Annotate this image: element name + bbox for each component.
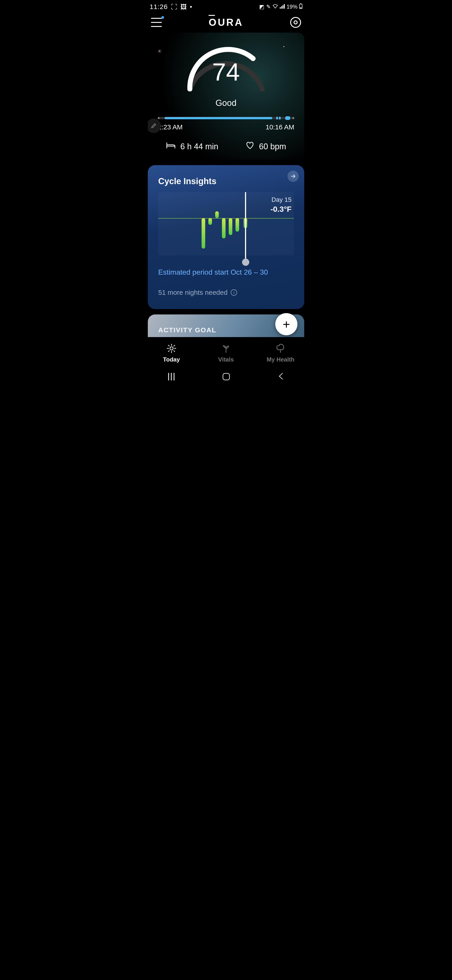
android-recents-button[interactable] xyxy=(168,373,174,380)
cycle-more-nights: 51 more nights needed xyxy=(158,289,228,296)
svg-rect-3 xyxy=(284,4,285,9)
tab-my-health[interactable]: My Health xyxy=(254,344,308,363)
cycle-temp-value: -0.3°F xyxy=(271,205,292,213)
dot-icon: • xyxy=(190,3,192,10)
sleep-duration-stat: 6 h 44 min xyxy=(166,142,218,151)
sleep-hr-stat: 60 bpm xyxy=(246,142,286,151)
sleep-score-rating: Good xyxy=(148,98,304,108)
sleep-start-time: 2:23 AM xyxy=(158,123,182,131)
android-nav-bar xyxy=(144,368,308,386)
tree-icon xyxy=(276,344,285,353)
screenshot-icon: ⛶ xyxy=(171,3,177,11)
wifi-icon xyxy=(273,4,278,10)
svg-rect-1 xyxy=(281,6,282,9)
bed-icon xyxy=(166,142,176,151)
app-header: OURA xyxy=(144,14,308,33)
android-home-button[interactable] xyxy=(223,373,230,380)
sun-icon xyxy=(167,344,176,353)
leaf-icon: ◩ xyxy=(259,4,265,10)
add-activity-button[interactable]: + xyxy=(275,313,297,335)
menu-button[interactable] xyxy=(151,18,162,27)
cycle-open-button[interactable] xyxy=(287,170,299,182)
cycle-readout: Day 15 -0.3°F xyxy=(271,196,292,213)
svg-rect-6 xyxy=(300,8,302,8)
status-time: 11:26 xyxy=(150,3,168,11)
sleep-timeline[interactable] xyxy=(148,108,304,119)
battery-pct: 19% xyxy=(287,4,297,10)
android-back-button[interactable] xyxy=(278,372,284,381)
signal-icon xyxy=(280,4,285,10)
notification-dot-icon xyxy=(161,16,164,19)
activity-goal-card[interactable]: ACTIVITY GOAL + xyxy=(148,315,304,337)
svg-rect-2 xyxy=(282,5,284,9)
svg-point-7 xyxy=(170,347,173,350)
cycle-title: Cycle Insights xyxy=(158,177,294,186)
brand-logo: OURA xyxy=(209,17,243,28)
activity-goal-label: ACTIVITY GOAL xyxy=(158,326,216,334)
sprout-icon xyxy=(221,344,231,353)
sleep-score-value: 74 xyxy=(148,57,304,86)
cycle-insights-card[interactable]: Cycle Insights Day 15 -0.3°F Estimated p… xyxy=(148,165,304,309)
tab-vitals[interactable]: Vitals xyxy=(199,344,253,363)
svg-rect-0 xyxy=(280,7,281,9)
gallery-icon: 🖼 xyxy=(180,3,187,11)
sleep-score-card[interactable]: 74 Good 2:23 AM 10:16 AM 6 h 44 min xyxy=(148,33,304,160)
battery-icon xyxy=(299,3,302,10)
heart-icon xyxy=(246,142,254,151)
bottom-tab-bar: Today Vitals My Health xyxy=(144,337,308,368)
svg-rect-5 xyxy=(300,3,301,4)
tab-today[interactable]: Today xyxy=(144,344,198,363)
cycle-temperature-chart[interactable]: Day 15 -0.3°F xyxy=(158,192,294,255)
cycle-cursor-handle[interactable] xyxy=(245,192,246,262)
cycle-estimate-text: Estimated period start Oct 26 – 30 xyxy=(158,268,294,277)
sleep-end-time: 10:16 AM xyxy=(266,123,294,131)
info-icon[interactable]: i xyxy=(231,290,237,296)
cycle-day-label: Day 15 xyxy=(271,196,292,204)
pencil-icon: ✎ xyxy=(266,4,271,10)
profile-target-button[interactable] xyxy=(290,17,301,28)
android-status-bar: 11:26 ⛶ 🖼 • ◩ ✎ 19% xyxy=(144,0,308,14)
